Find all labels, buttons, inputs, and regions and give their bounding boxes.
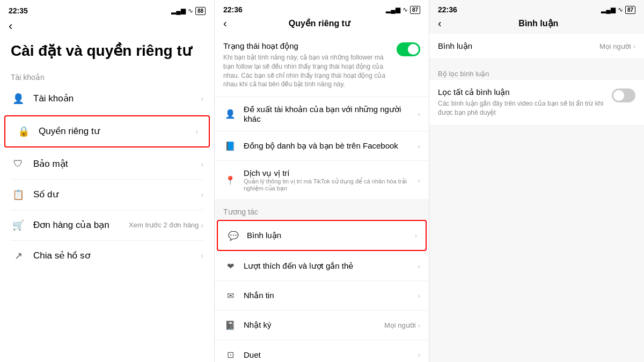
- filter-title: Lọc tất cả bình luận: [438, 87, 612, 97]
- back-button-panel2[interactable]: ‹: [223, 17, 227, 29]
- section-label-account: Tài khoản: [0, 69, 214, 84]
- wifi-icon: ∿: [188, 7, 193, 14]
- menu-label-quyen-rieng-tu: Quyền riêng tư: [39, 125, 195, 137]
- panel3-body: Bình luận Mọi người › Bộ lọc bình luận L…: [429, 34, 644, 362]
- menu-item-bao-mat[interactable]: 🛡 Bảo mật ›: [0, 149, 214, 179]
- nav-panel2: ‹ Quyền riêng tư: [215, 14, 429, 34]
- chevron-icon: ›: [201, 252, 203, 260]
- p2-sublabel-nhat-ky: Mọi người: [384, 321, 416, 329]
- chevron-icon: ›: [415, 232, 417, 240]
- panel2-title: Quyền riêng tư: [233, 18, 405, 28]
- panel-settings: 22:35 ▂▄▆ ∿ 88 ‹ Cài đặt và quyền riêng …: [0, 0, 215, 362]
- menu-item-quyen-rieng-tu[interactable]: 🔒 Quyền riêng tư ›: [4, 115, 210, 147]
- panel-binh-luan: 22:36 ▂▄▆ ∿ 87 ‹ Bình luận Bình luận Mọi…: [429, 0, 644, 362]
- page-title: Cài đặt và quyền riêng tư: [0, 38, 214, 69]
- panel2-body: Trạng thái hoạt động Khi bạn bật tính nă…: [215, 34, 429, 362]
- menu-item-chia-se[interactable]: ↗ Chia sẻ hồ sơ ›: [0, 241, 214, 271]
- menu-item-tai-khoan[interactable]: 👤 Tài khoản ›: [0, 84, 214, 114]
- shield-icon: 🛡: [11, 157, 26, 172]
- activity-desc: Khi bạn bật tính năng này, cả bạn và nhữ…: [223, 53, 390, 89]
- p3-row-binh-luan[interactable]: Bình luận Mọi người ›: [429, 34, 644, 59]
- time-panel1: 22:35: [9, 6, 28, 15]
- p2-label-nhan-tin: Nhắn tin: [244, 291, 418, 300]
- chevron-icon: ›: [201, 221, 203, 230]
- p2-label-de-xuat: Đề xuất tài khoản của bạn với những ngườ…: [244, 105, 418, 123]
- signal-icon: ▂▄▆: [601, 6, 616, 13]
- p2-item-nhat-ky[interactable]: 📓 Nhật ký Mọi người ›: [215, 311, 429, 340]
- wifi-icon: ∿: [618, 6, 623, 13]
- nav-panel3: ‹ Bình luận: [429, 14, 644, 34]
- p2-label-dich-vu: Dịch vụ vị trí: [244, 168, 418, 178]
- menu-label-don-hang: Đơn hàng của bạn: [33, 219, 129, 231]
- battery-panel2: 87: [410, 6, 420, 14]
- p2-item-binh-luan[interactable]: 💬 Bình luận ›: [217, 220, 427, 251]
- don-hang-sublabel: Xem trước 2 đơn hàng: [129, 221, 199, 229]
- activity-toggle[interactable]: [397, 42, 420, 56]
- p2-label-luot-thich: Lượt thích đến và lượt gắn thẻ: [244, 261, 418, 271]
- p2-label-duet: Duet: [244, 350, 418, 359]
- chevron-icon: ›: [418, 262, 420, 270]
- time-panel2: 22:36: [223, 5, 243, 14]
- status-bar-panel1: 22:35 ▂▄▆ ∿ 88: [0, 0, 214, 15]
- back-button-panel3[interactable]: ‹: [438, 17, 442, 29]
- status-bar-panel3: 22:36 ▂▄▆ ∿ 87: [429, 0, 644, 14]
- menu-label-so-du: Số dư: [33, 189, 201, 200]
- wifi-icon: ∿: [402, 6, 408, 13]
- p2-item-luot-thich[interactable]: ❤ Lượt thích đến và lượt gắn thẻ ›: [215, 252, 429, 281]
- comment-icon: 💬: [226, 228, 240, 242]
- user-icon: 👤: [11, 91, 26, 106]
- chevron-icon: ›: [195, 127, 198, 136]
- menu-item-don-hang[interactable]: 🛒 Đơn hàng của bạn Xem trước 2 đơn hàng …: [0, 210, 214, 240]
- back-button-panel1[interactable]: ‹: [0, 15, 214, 38]
- status-icons-panel2: ▂▄▆ ∿ 87: [386, 6, 420, 14]
- chevron-icon: ›: [418, 292, 420, 300]
- battery-panel3: 87: [625, 6, 635, 14]
- filter-info: Lọc tất cả bình luận Các bình luận gần đ…: [438, 87, 612, 117]
- p2-item-duet[interactable]: ⊡ Duet ›: [215, 340, 429, 362]
- wallet-icon: 📋: [11, 187, 26, 202]
- chevron-icon: ›: [418, 351, 420, 359]
- p2-label-nhat-ky: Nhật ký: [244, 320, 384, 330]
- battery-panel1: 88: [195, 7, 206, 15]
- status-icons-panel1: ▂▄▆ ∿ 88: [171, 7, 206, 15]
- activity-title: Trạng thái hoạt động: [223, 41, 390, 51]
- facebook-icon: 📘: [223, 139, 237, 153]
- p2-item-dong-bo[interactable]: 📘 Đồng bộ danh bạ và bạn bè trên Faceboo…: [215, 131, 429, 161]
- p2-label-binh-luan: Bình luận: [247, 231, 415, 240]
- menu-label-chia-se: Chia sẻ hồ sơ: [33, 250, 201, 261]
- message-icon: ✉: [223, 289, 237, 302]
- share-icon: ↗: [11, 248, 26, 263]
- filter-desc: Các bình luận gần đây trên video của bạn…: [438, 99, 612, 117]
- filter-toggle[interactable]: [612, 88, 635, 102]
- chevron-icon: ›: [201, 160, 203, 168]
- p3-sublabel-binh-luan: Mọi người: [599, 42, 631, 50]
- filter-section-label: Bộ lọc bình luận: [429, 64, 644, 80]
- p2-item-dich-vu[interactable]: 📍 Dịch vụ vị trí Quản lý thông tin vị tr…: [215, 161, 429, 200]
- p3-section-filter: Lọc tất cả bình luận Các bình luận gần đ…: [429, 80, 644, 125]
- panel3-container: 22:36 ▂▄▆ ∿ 87 ‹ Bình luận Bình luận Mọi…: [429, 0, 644, 362]
- p2-item-nhan-tin[interactable]: ✉ Nhắn tin ›: [215, 281, 429, 311]
- panel3-title: Bình luận: [442, 18, 635, 28]
- menu-label-tai-khoan: Tài khoản: [33, 93, 201, 104]
- location-icon: 📍: [223, 173, 237, 187]
- p3-section-main: Bình luận Mọi người ›: [429, 34, 644, 59]
- menu-item-so-du[interactable]: 📋 Số dư ›: [0, 180, 214, 210]
- activity-info: Trạng thái hoạt động Khi bạn bật tính nă…: [223, 41, 390, 89]
- chevron-icon: ›: [418, 142, 420, 150]
- chevron-icon: ›: [201, 190, 203, 199]
- heart-icon: ❤: [223, 259, 237, 273]
- chevron-icon: ›: [418, 110, 420, 118]
- signal-icon: ▂▄▆: [171, 7, 186, 14]
- diary-icon: 📓: [223, 318, 237, 332]
- chevron-icon: ›: [201, 94, 203, 103]
- menu-label-bao-mat: Bảo mật: [33, 158, 201, 169]
- cart-icon: 🛒: [11, 218, 26, 233]
- filter-toggle-row: Lọc tất cả bình luận Các bình luận gần đ…: [429, 80, 644, 125]
- p3-label-binh-luan: Bình luận: [438, 41, 599, 51]
- p2-label-dong-bo: Đồng bộ danh bạ và bạn bè trên Facebook: [244, 141, 418, 151]
- status-bar-panel2: 22:36 ▂▄▆ ∿ 87: [215, 0, 429, 14]
- toggle-row-activity: Trạng thái hoạt động Khi bạn bật tính nă…: [215, 34, 429, 97]
- p2-item-de-xuat[interactable]: 👤 Đề xuất tài khoản của bạn với những ng…: [215, 97, 429, 131]
- p2-desc-dich-vu: Quản lý thông tin vị trí mà TikTok sử dụ…: [244, 178, 418, 192]
- time-panel3: 22:36: [438, 5, 457, 14]
